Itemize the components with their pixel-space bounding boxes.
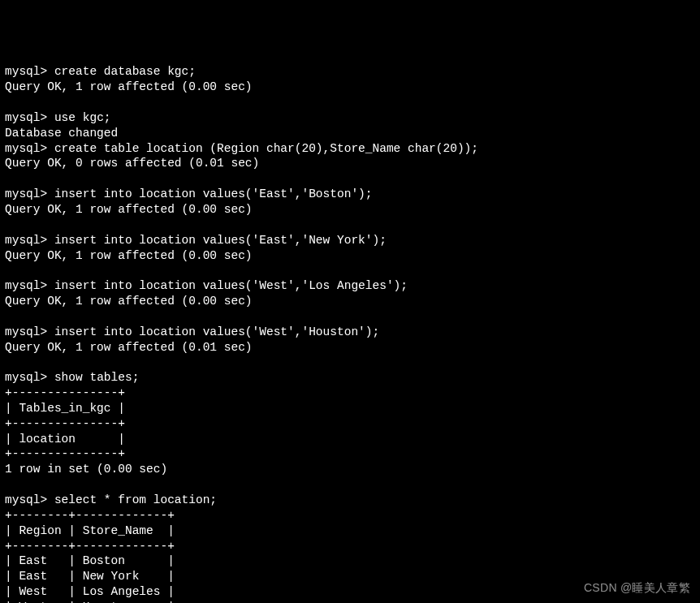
response-text: 1 row in set (0.00 sec) xyxy=(5,463,167,476)
table-header: | Region | Store_Name | xyxy=(5,524,175,537)
command-show-tables: show tables; xyxy=(54,371,139,384)
prompt: mysql> xyxy=(5,65,54,78)
command-create-table: create table location (Region char(20),S… xyxy=(54,142,478,155)
prompt: mysql> xyxy=(5,493,54,506)
prompt: mysql> xyxy=(5,279,54,292)
table-row: | East | New York | xyxy=(5,570,175,583)
command-insert: insert into location values('East','Bost… xyxy=(54,187,373,200)
table-header: | Tables_in_kgc | xyxy=(5,402,125,415)
command-insert: insert into location values('West','Hous… xyxy=(54,325,379,338)
table-row: | West | Los Angeles | xyxy=(5,585,175,598)
response-text: Query OK, 1 row affected (0.00 sec) xyxy=(5,295,253,308)
table-border: +---------------+ xyxy=(5,447,125,460)
prompt: mysql> xyxy=(5,234,54,247)
response-text: Query OK, 1 row affected (0.00 sec) xyxy=(5,80,253,93)
table-border: +--------+-------------+ xyxy=(5,509,175,522)
response-text: Query OK, 0 rows affected (0.01 sec) xyxy=(5,157,259,170)
command-select: select * from location; xyxy=(54,493,217,506)
response-text: Database changed xyxy=(5,127,118,140)
prompt: mysql> xyxy=(5,142,54,155)
table-row: | East | Boston | xyxy=(5,554,175,567)
prompt: mysql> xyxy=(5,325,54,338)
command-insert: insert into location values('West','Los … xyxy=(54,279,408,292)
prompt: mysql> xyxy=(5,371,54,384)
response-text: Query OK, 1 row affected (0.01 sec) xyxy=(5,341,253,354)
terminal-output[interactable]: mysql> create database kgc; Query OK, 1 … xyxy=(5,64,695,603)
command-use-db: use kgc; xyxy=(54,111,111,124)
response-text: Query OK, 1 row affected (0.00 sec) xyxy=(5,203,253,216)
watermark-text: CSDN @睡美人章繁 xyxy=(584,580,690,595)
table-border: +---------------+ xyxy=(5,386,125,399)
table-border: +--------+-------------+ xyxy=(5,540,175,553)
prompt: mysql> xyxy=(5,111,54,124)
prompt: mysql> xyxy=(5,187,54,200)
command-insert: insert into location values('East','New … xyxy=(54,234,387,247)
table-border: +---------------+ xyxy=(5,417,125,430)
response-text: Query OK, 1 row affected (0.00 sec) xyxy=(5,249,253,262)
command-create-db: create database kgc; xyxy=(54,65,196,78)
table-row: | location | xyxy=(5,433,125,446)
